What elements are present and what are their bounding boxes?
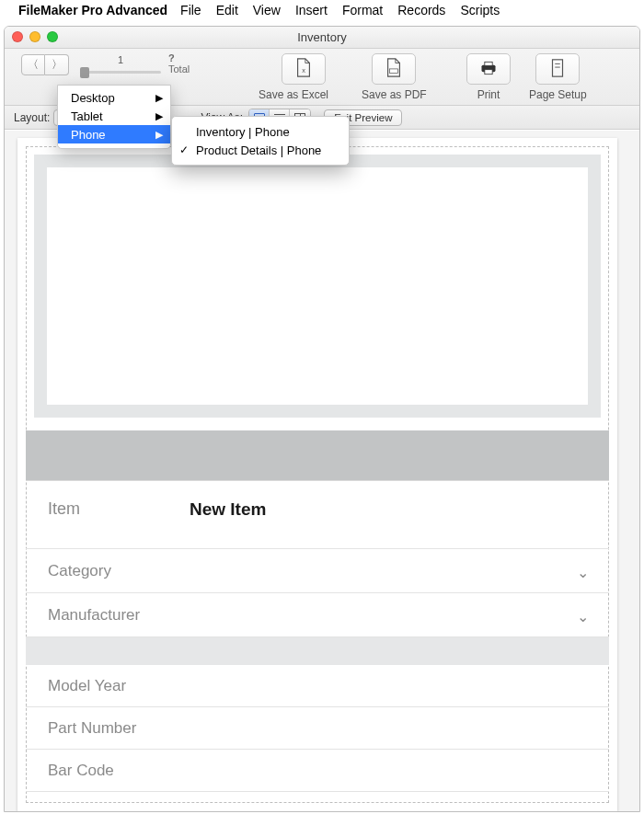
svg-rect-4 (485, 69, 492, 74)
page-setup-icon (548, 58, 567, 81)
page-setup-button[interactable]: Page Setup (529, 53, 587, 101)
pdf-file-icon (385, 58, 403, 81)
submenu-arrow-icon: ▶ (155, 92, 163, 104)
printer-icon (479, 58, 498, 81)
item-field-value: New Item (190, 499, 266, 520)
menu-format[interactable]: Format (342, 3, 383, 17)
chevron-down-icon: ⌄ (577, 608, 589, 625)
layout-label: Layout: (14, 111, 50, 124)
menu-scripts[interactable]: Scripts (460, 3, 500, 17)
save-as-excel-button[interactable]: x Save as Excel (279, 53, 328, 101)
svg-rect-1 (390, 68, 398, 73)
app-name[interactable]: FileMaker Pro Advanced (18, 3, 167, 17)
svg-rect-3 (485, 62, 492, 65)
prev-page-button[interactable]: 〈 (21, 54, 45, 75)
menu-edit[interactable]: Edit (216, 3, 238, 17)
excel-file-icon: x (294, 58, 313, 81)
field-row-model-year: Model Year (26, 665, 609, 707)
field-row-part-number: Part Number (26, 707, 609, 750)
menu-view[interactable]: View (253, 3, 281, 17)
total-indicator: ? Total (168, 52, 190, 75)
chevron-down-icon: ⌄ (577, 564, 589, 581)
window-zoom-button[interactable] (47, 31, 58, 42)
next-page-button[interactable]: 〉 (45, 54, 69, 75)
item-field-label: Item (48, 499, 190, 519)
field-row-bar-code: Bar Code (26, 750, 609, 792)
layout-menu-item-desktop[interactable]: Desktop▶ (58, 88, 170, 107)
menu-records[interactable]: Records (397, 3, 445, 17)
field-row-manufacturer[interactable]: Manufacturer ⌄ (26, 593, 609, 637)
menu-insert[interactable]: Insert (295, 3, 328, 17)
image-placeholder-frame (34, 155, 601, 418)
preview-page: Item New Item Category ⌄ Manufacturer ⌄ … (17, 138, 617, 811)
section-divider (26, 637, 609, 665)
preview-canvas: Item New Item Category ⌄ Manufacturer ⌄ … (5, 131, 639, 811)
layout-submenu-phone: Inventory | Phone ✓ Product Details | Ph… (171, 116, 350, 166)
page-number: 1 (80, 54, 161, 65)
submenu-item-product-details-phone[interactable]: ✓ Product Details | Phone (172, 141, 349, 159)
layout-menu-item-phone[interactable]: Phone▶ (58, 125, 170, 143)
window-close-button[interactable] (12, 31, 23, 42)
svg-rect-5 (553, 59, 563, 75)
submenu-arrow-icon: ▶ (155, 110, 163, 122)
checkmark-icon: ✓ (179, 143, 189, 156)
layout-menu-item-tablet[interactable]: Tablet▶ (58, 107, 170, 125)
category-field-label: Category (48, 562, 111, 580)
window-minimize-button[interactable] (29, 31, 40, 42)
field-row-item: Item New Item (26, 481, 609, 549)
window-title: Inventory (297, 30, 346, 44)
header-band (26, 430, 609, 480)
print-button[interactable]: Print (466, 53, 511, 101)
field-row-category[interactable]: Category ⌄ (26, 549, 609, 593)
image-placeholder (47, 167, 588, 405)
manufacturer-field-label: Manufacturer (48, 606, 140, 625)
menu-file[interactable]: File (180, 3, 201, 17)
submenu-item-inventory-phone[interactable]: Inventory | Phone (172, 122, 349, 141)
layout-menu: Desktop▶ Tablet▶ Phone▶ (57, 85, 171, 149)
window-titlebar: Inventory (5, 27, 639, 49)
system-menubar: FileMaker Pro Advanced File Edit View In… (0, 0, 644, 20)
save-as-pdf-button[interactable]: Save as PDF (362, 53, 427, 101)
svg-text:x: x (302, 65, 305, 74)
submenu-arrow-icon: ▶ (155, 129, 163, 141)
